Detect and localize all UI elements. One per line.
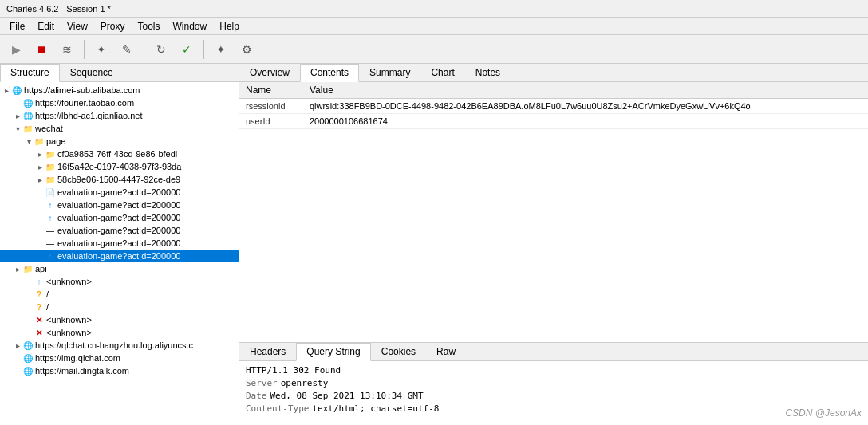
menu-item-tools[interactable]: Tools (132, 19, 167, 33)
tree-expander[interactable] (24, 315, 34, 325)
bottom-tab-query-string[interactable]: Query String (296, 343, 370, 361)
bottom-tab-raw[interactable]: Raw (426, 343, 466, 360)
tree-label: / (46, 302, 49, 312)
throttle-btn[interactable]: ≋ (56, 38, 78, 61)
top-tab-chart[interactable]: Chart (420, 64, 464, 81)
globe-icon: 🌐 (22, 365, 34, 376)
response-value: Wed, 08 Sep 2021 13:10:34 GMT (270, 390, 424, 403)
left-tab-structure[interactable]: Structure (0, 64, 60, 82)
menu-item-help[interactable]: Help (213, 19, 246, 33)
response-value: text/html; charset=utf-8 (312, 403, 439, 415)
gear-btn[interactable]: ⚙ (235, 38, 258, 61)
tree-item[interactable]: ▸📁api (0, 262, 239, 275)
tree-item[interactable]: ↑evaluation-game?actId=200000 (0, 211, 239, 224)
left-tab-sequence[interactable]: Sequence (60, 64, 124, 81)
response-key: Content-Type (246, 403, 309, 415)
bottom-tab-cookies[interactable]: Cookies (371, 343, 426, 360)
line-icon: — (45, 238, 56, 249)
table-cell-value: 2000000106681674 (303, 114, 868, 129)
tree-expander[interactable] (13, 98, 22, 108)
tree-expander[interactable] (24, 289, 34, 299)
tree-item[interactable]: ?/ (0, 288, 239, 301)
refresh-btn[interactable]: ↻ (150, 38, 172, 61)
tree-expander[interactable]: ▸ (35, 175, 45, 184)
tree-item[interactable]: ↑evaluation-game?actId=200000 (0, 199, 239, 211)
tree-expander[interactable]: ▸ (35, 162, 45, 171)
check-btn[interactable]: ✓ (176, 38, 198, 61)
tree-item[interactable]: ▸📁58cb9e06-1500-4447-92ce-de9 (0, 173, 239, 186)
line-icon: — (45, 225, 56, 236)
response-key: Date (246, 390, 267, 403)
record-btn[interactable]: ▶ (5, 38, 27, 61)
tree-expander[interactable]: ▸ (2, 85, 11, 95)
toolbar-separator (84, 40, 85, 59)
menu-item-window[interactable]: Window (167, 19, 214, 33)
menu-bar: FileEditViewProxyToolsWindowHelp (0, 18, 868, 35)
top-tab-contents[interactable]: Contents (300, 64, 359, 82)
tree-item[interactable]: ▸📁cf0a9853-76ff-43cd-9e86-bfedl (0, 148, 239, 160)
toolbar-separator (203, 40, 204, 59)
bottom-tabs: HeadersQuery StringCookiesRaw (239, 342, 868, 361)
tree-item[interactable]: —evaluation-game?actId=200000 (0, 237, 239, 250)
tree-expander[interactable] (13, 353, 22, 363)
tree-label: https://qlchat.cn-hangzhou.log.aliyuncs.… (35, 340, 193, 350)
col-value: Value (303, 82, 868, 99)
tree-item[interactable]: ↑<unknown> (0, 275, 239, 288)
tree-item[interactable]: 📄evaluation-game?actId=200000 (0, 186, 239, 199)
tree-item[interactable]: 🌐https://img.qlchat.com (0, 352, 239, 364)
arrow-up-icon: ↑ (34, 276, 45, 287)
tree-label: api (35, 264, 47, 273)
menu-item-edit[interactable]: Edit (31, 19, 61, 33)
tree-item[interactable]: ▾📁wechat (0, 122, 239, 135)
folder-icon: 📁 (45, 148, 56, 159)
tree-item[interactable]: ?/ (0, 301, 239, 313)
tree-item[interactable]: —evaluation-game?actId=200000 (0, 224, 239, 237)
tree-expander[interactable] (35, 238, 45, 248)
tree-item[interactable]: 🌐https://mail.dingtalk.com (0, 364, 239, 377)
tree-expander[interactable]: ▾ (24, 136, 34, 146)
compose-btn[interactable]: ✦ (90, 38, 112, 61)
top-tab-summary[interactable]: Summary (359, 64, 420, 81)
tree-item[interactable]: ▸🌐https://qlchat.cn-hangzhou.log.aliyunc… (0, 339, 239, 352)
tree-item[interactable]: ↑evaluation-game?actId=200000 (0, 250, 239, 262)
tree-item[interactable]: 🌐https://fourier.taobao.com (0, 96, 239, 109)
tree[interactable]: ▸🌐https://alimei-sub.alibaba.com🌐https:/… (0, 82, 239, 425)
stop-btn[interactable]: ⏹ (30, 38, 53, 61)
tree-expander[interactable] (35, 187, 45, 197)
tree-label: / (46, 289, 49, 299)
tree-expander[interactable] (24, 277, 34, 286)
edit-btn[interactable]: ✎ (116, 38, 138, 61)
bottom-tab-headers[interactable]: Headers (239, 343, 296, 360)
tree-expander[interactable] (35, 226, 45, 235)
tree-expander[interactable]: ▸ (13, 111, 22, 120)
tree-expander[interactable] (35, 200, 45, 210)
tools-btn[interactable]: ✦ (210, 38, 232, 61)
tree-expander[interactable]: ▸ (13, 340, 22, 350)
tree-item[interactable]: ✕<unknown> (0, 313, 239, 326)
tree-item[interactable]: ▸🌐https://alimei-sub.alibaba.com (0, 84, 239, 96)
left-panel: StructureSequence ▸🌐https://alimei-sub.a… (0, 64, 239, 425)
menu-item-proxy[interactable]: Proxy (94, 19, 132, 33)
tree-expander[interactable]: ▾ (13, 124, 22, 133)
tree-expander[interactable] (24, 328, 34, 337)
content-area: Name Value rsessionidqlwrsid:338FB9BD-0D… (239, 82, 868, 425)
table-row: rsessionidqlwrsid:338FB9BD-0DCE-4498-948… (239, 99, 868, 114)
tree-expander[interactable]: ▸ (13, 264, 22, 273)
table-row: userId2000000106681674 (239, 114, 868, 129)
menu-item-view[interactable]: View (61, 19, 94, 33)
tree-expander[interactable] (35, 251, 45, 261)
globe-icon: 🌐 (11, 85, 22, 96)
tree-label: cf0a9853-76ff-43cd-9e86-bfedl (57, 149, 177, 159)
top-tab-overview[interactable]: Overview (239, 64, 300, 81)
globe-icon: 🌐 (22, 352, 34, 364)
menu-item-file[interactable]: File (3, 19, 31, 33)
tree-expander[interactable] (24, 302, 34, 312)
top-tab-notes[interactable]: Notes (465, 64, 511, 81)
tree-item[interactable]: ▸📁16f5a42e-0197-4038-97f3-93da (0, 160, 239, 173)
tree-expander[interactable] (35, 213, 45, 222)
tree-item[interactable]: ✕<unknown> (0, 326, 239, 339)
tree-expander[interactable] (13, 366, 22, 376)
tree-item[interactable]: ▸🌐https://lbhd-ac1.qianliao.net (0, 109, 239, 122)
tree-expander[interactable]: ▸ (35, 149, 45, 159)
tree-item[interactable]: ▾📁page (0, 135, 239, 148)
